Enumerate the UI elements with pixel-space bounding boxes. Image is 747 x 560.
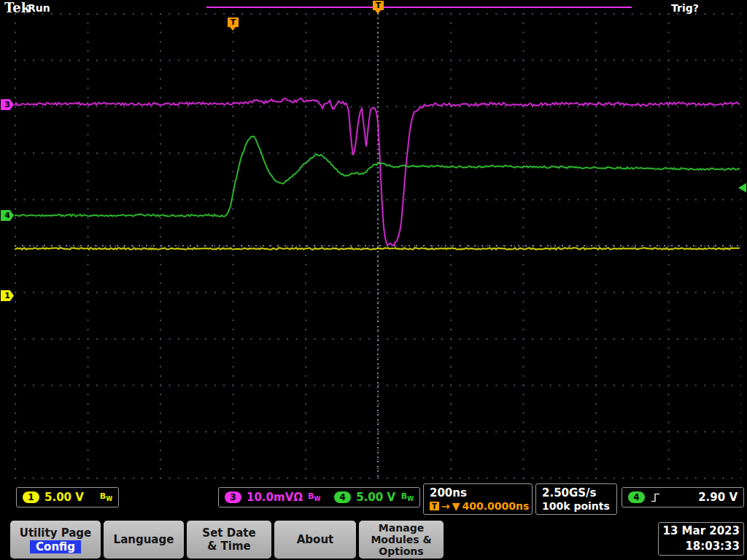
- record-length: 100k points: [542, 500, 610, 512]
- trigger-slope-icon: [650, 492, 661, 503]
- trigger-position-label: T: [376, 1, 382, 10]
- acquisition-status: Run: [28, 2, 50, 14]
- ch1-badge: 1: [23, 491, 39, 503]
- language-button[interactable]: Language: [104, 521, 184, 559]
- utility-page-value: Config: [30, 540, 81, 553]
- manage-line1: Manage: [379, 522, 424, 534]
- channel-1-marker-label: 1: [4, 291, 10, 300]
- set-date-line2: & Time: [207, 540, 250, 553]
- trigger-readout[interactable]: 4 2.90 V: [622, 487, 744, 508]
- acquisition-readout[interactable]: 2.50GS/s 100k points: [535, 483, 617, 515]
- trigger-position-marker[interactable]: T: [373, 1, 384, 10]
- delay-position-marker[interactable]: T: [228, 18, 239, 27]
- channel-3-marker[interactable]: 3: [1, 99, 14, 110]
- manage-modules-button[interactable]: Manage Modules & Options: [359, 521, 444, 559]
- ch4-bandwidth-icon: BW: [401, 491, 414, 502]
- channel-1-marker[interactable]: 1: [1, 290, 14, 301]
- utility-page-label: Utility Page: [20, 526, 92, 540]
- delay-value: 400.0000ns: [462, 500, 530, 512]
- about-button[interactable]: About: [274, 521, 356, 559]
- ch1-readout[interactable]: 1 5.00 V BW: [16, 487, 119, 508]
- ch4-scale: 5.00 V: [356, 491, 395, 504]
- about-label: About: [297, 533, 334, 546]
- datetime-display: 13 Mar 2023 18:03:33: [658, 522, 744, 556]
- ch3-badge: 3: [225, 491, 241, 503]
- delay-marker-icon: ▼: [452, 500, 460, 512]
- graticule: [15, 13, 741, 479]
- ch4-badge: 4: [334, 491, 351, 503]
- ch3-scale: 10.0mVΩ: [247, 491, 303, 504]
- sample-rate: 2.50GS/s: [542, 486, 597, 499]
- trigger-level-value: 2.90 V: [698, 491, 738, 504]
- time-value: 18:03:33: [662, 539, 740, 554]
- timebase-value: 200ns: [430, 486, 467, 499]
- manage-line3: Options: [379, 545, 423, 557]
- delay-readout: T → ▼ 400.0000ns: [430, 500, 529, 512]
- trigger-source-badge: 4: [628, 491, 645, 503]
- trigger-status: Trig?: [671, 2, 699, 14]
- set-date-time-button[interactable]: Set Date & Time: [187, 521, 271, 559]
- date-value: 13 Mar 2023: [662, 524, 740, 539]
- delay-arrow-icon: →: [441, 500, 450, 512]
- delay-position-label: T: [231, 18, 236, 27]
- channel-4-marker[interactable]: 4: [1, 210, 14, 221]
- channel-4-marker-label: 4: [4, 211, 10, 220]
- manage-line2: Modules &: [371, 534, 431, 545]
- record-view-bar: [206, 7, 632, 8]
- center-horizontal-gridline: [15, 245, 741, 246]
- ch1-scale: 5.00 V: [44, 491, 84, 504]
- ch3-ch4-readout[interactable]: 3 10.0mVΩ BW 4 5.00 V BW: [218, 487, 420, 508]
- ch3-bandwidth-icon: BW: [308, 491, 320, 502]
- language-label: Language: [114, 533, 174, 546]
- set-date-line1: Set Date: [202, 526, 255, 540]
- delay-t-icon: T: [430, 502, 439, 510]
- oscilloscope-screen: Tek Run Trig? T T 3 4 1 1 5.00 V BW 3 10…: [0, 0, 747, 560]
- horizontal-readout[interactable]: 200ns T → ▼ 400.0000ns: [423, 483, 533, 515]
- ch1-bandwidth-icon: BW: [100, 491, 112, 502]
- utility-page-button[interactable]: Utility Page Config: [10, 521, 101, 559]
- channel-3-marker-label: 3: [4, 100, 10, 109]
